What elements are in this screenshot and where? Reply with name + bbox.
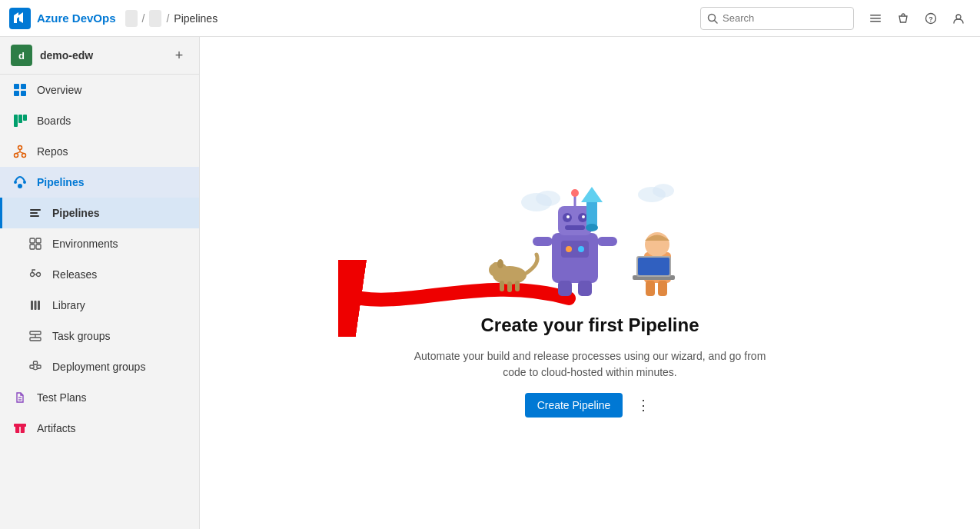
breadcrumb-sep-1: / xyxy=(142,12,145,25)
sidebar-item-deployment-groups[interactable]: Deployment groups xyxy=(0,351,199,382)
brand-label: Azure DevOps xyxy=(37,12,116,25)
azure-devops-logo[interactable]: Azure DevOps xyxy=(9,8,116,29)
svg-point-20 xyxy=(14,181,17,184)
user-icon[interactable] xyxy=(946,6,971,31)
sidebar-item-overview[interactable]: Overview xyxy=(0,75,199,105)
svg-rect-60 xyxy=(515,281,520,291)
sidebar-item-boards[interactable]: Boards xyxy=(0,105,199,136)
svg-point-53 xyxy=(653,184,674,198)
svg-rect-5 xyxy=(870,21,881,22)
sidebar-item-artifacts[interactable]: Artifacts xyxy=(0,413,199,444)
sidebar-item-task-groups[interactable]: Task groups xyxy=(0,321,199,351)
settings-icon[interactable] xyxy=(863,6,888,31)
sidebar-item-pipelines-group[interactable]: Pipelines xyxy=(0,167,199,198)
sidebar-label-pipelines-group: Pipelines xyxy=(37,176,84,188)
svg-rect-3 xyxy=(870,15,881,16)
shopping-bag-icon[interactable] xyxy=(891,6,915,31)
search-input[interactable] xyxy=(723,12,838,24)
svg-rect-61 xyxy=(552,233,598,283)
more-options-button[interactable]: ⋮ xyxy=(632,394,655,417)
library-icon xyxy=(28,298,43,313)
sidebar-org: d demo-edw + xyxy=(0,37,199,75)
environments-icon xyxy=(28,236,43,251)
sidebar-label-environments: Environments xyxy=(52,238,118,250)
svg-point-69 xyxy=(571,189,579,197)
svg-rect-70 xyxy=(533,237,553,246)
svg-rect-67 xyxy=(565,225,585,230)
svg-point-75 xyxy=(566,246,572,252)
releases-icon xyxy=(28,267,43,282)
main-content: Create your first Pipeline Automate your… xyxy=(200,37,980,529)
svg-rect-33 xyxy=(35,301,37,310)
search-icon xyxy=(707,13,718,24)
create-pipeline-button[interactable]: Create Pipeline xyxy=(525,393,623,418)
svg-rect-28 xyxy=(36,245,41,249)
svg-rect-34 xyxy=(38,301,40,310)
svg-point-19 xyxy=(18,184,22,188)
sidebar-item-environments[interactable]: Environments xyxy=(0,228,199,259)
svg-point-17 xyxy=(15,154,18,158)
repos-icon xyxy=(12,144,28,159)
pipelines-group-icon xyxy=(12,175,28,190)
illustration xyxy=(467,164,713,302)
svg-rect-38 xyxy=(30,365,34,368)
svg-rect-26 xyxy=(36,238,41,243)
svg-rect-15 xyxy=(23,115,27,121)
sidebar: d demo-edw + Overview xyxy=(0,37,200,529)
svg-rect-32 xyxy=(31,301,33,310)
svg-rect-14 xyxy=(18,115,22,123)
org-name: demo-edw xyxy=(40,49,162,62)
svg-rect-9 xyxy=(14,84,19,89)
svg-rect-73 xyxy=(578,281,592,296)
svg-rect-36 xyxy=(30,338,41,341)
svg-rect-4 xyxy=(870,18,881,19)
svg-rect-22 xyxy=(30,209,41,211)
sidebar-label-test-plans: Test Plans xyxy=(37,391,87,404)
sidebar-item-library[interactable]: Library xyxy=(0,290,199,321)
breadcrumb: / / Pipelines xyxy=(125,10,691,27)
svg-rect-25 xyxy=(30,238,35,243)
org-avatar: d xyxy=(11,45,32,66)
svg-rect-86 xyxy=(658,281,667,296)
svg-point-30 xyxy=(37,273,41,277)
svg-rect-84 xyxy=(638,258,669,275)
breadcrumb-sep-2: / xyxy=(166,12,169,25)
svg-rect-27 xyxy=(30,245,35,249)
sidebar-item-pipelines[interactable]: Pipelines xyxy=(0,198,199,228)
svg-line-42 xyxy=(32,368,36,370)
svg-text:?: ? xyxy=(929,15,933,23)
boards-icon xyxy=(12,113,28,128)
svg-line-2 xyxy=(715,20,718,23)
svg-rect-23 xyxy=(30,212,38,214)
svg-point-16 xyxy=(18,146,22,150)
svg-rect-40 xyxy=(34,361,38,364)
svg-rect-39 xyxy=(37,365,41,368)
search-box[interactable] xyxy=(700,7,854,30)
sidebar-item-releases[interactable]: Releases xyxy=(0,259,199,290)
deployment-groups-icon xyxy=(28,359,43,374)
sidebar-label-artifacts: Artifacts xyxy=(37,422,76,434)
svg-point-66 xyxy=(582,215,585,218)
svg-point-29 xyxy=(31,273,35,277)
svg-rect-85 xyxy=(646,281,655,296)
svg-rect-11 xyxy=(14,91,19,96)
svg-rect-77 xyxy=(586,198,597,228)
breadcrumb-project[interactable] xyxy=(149,10,161,27)
sidebar-item-repos[interactable]: Repos xyxy=(0,136,199,167)
svg-point-8 xyxy=(956,15,961,19)
sidebar-label-overview: Overview xyxy=(37,84,81,96)
svg-rect-47 xyxy=(14,424,26,427)
svg-rect-58 xyxy=(500,281,504,291)
svg-rect-10 xyxy=(21,84,26,89)
help-icon[interactable]: ? xyxy=(919,6,943,31)
svg-point-65 xyxy=(566,215,570,218)
sidebar-label-boards: Boards xyxy=(37,115,71,127)
sidebar-label-repos: Repos xyxy=(37,145,68,158)
sidebar-item-test-plans[interactable]: Test Plans xyxy=(0,382,199,413)
breadcrumb-org[interactable] xyxy=(125,10,138,27)
cta-row: Create Pipeline ⋮ xyxy=(525,393,656,418)
overview-icon xyxy=(12,82,28,98)
org-add-button[interactable]: + xyxy=(170,46,188,65)
svg-point-79 xyxy=(586,224,598,231)
svg-rect-74 xyxy=(561,241,589,258)
